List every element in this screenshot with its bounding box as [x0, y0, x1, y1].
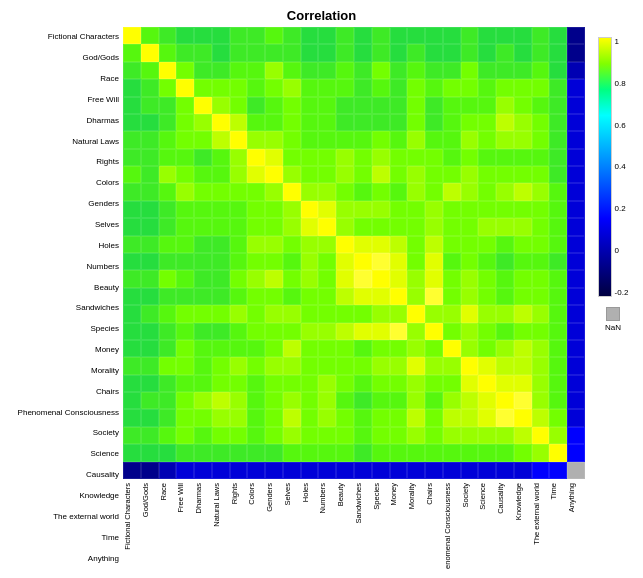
matrix-cell	[407, 97, 425, 114]
matrix-cell	[478, 27, 496, 44]
matrix-cell	[141, 183, 159, 200]
chart-container: Correlation Fictional CharactersGod/Gods…	[0, 0, 643, 578]
colorbar-tick: 0.4	[615, 162, 629, 171]
matrix-cell	[159, 131, 177, 148]
matrix-cell	[159, 357, 177, 374]
matrix-cell	[461, 409, 479, 426]
matrix-cell	[159, 288, 177, 305]
matrix-cell	[159, 114, 177, 131]
matrix-cell	[194, 166, 212, 183]
matrix-cell	[532, 375, 550, 392]
matrix-cell	[407, 323, 425, 340]
matrix-cell	[407, 183, 425, 200]
matrix-cell	[318, 201, 336, 218]
matrix-cell	[407, 149, 425, 166]
matrix-cell	[532, 62, 550, 79]
matrix-cell	[176, 97, 194, 114]
matrix-cell	[141, 392, 159, 409]
matrix-cell	[159, 253, 177, 270]
matrix-cell	[354, 427, 372, 444]
matrix-cell	[141, 166, 159, 183]
matrix-cell	[407, 166, 425, 183]
matrix-cell	[514, 236, 532, 253]
x-label: Genders	[265, 483, 283, 512]
matrix-cell	[532, 201, 550, 218]
matrix-cell	[336, 149, 354, 166]
matrix-cell	[514, 409, 532, 426]
matrix-cell	[159, 236, 177, 253]
matrix-cell	[407, 340, 425, 357]
matrix-cell	[318, 253, 336, 270]
matrix-cell	[532, 183, 550, 200]
matrix-cell	[283, 375, 301, 392]
matrix-cell	[567, 62, 585, 79]
matrix-cell	[372, 131, 390, 148]
matrix-cell	[265, 357, 283, 374]
matrix-cell	[194, 27, 212, 44]
matrix-cell	[425, 201, 443, 218]
matrix-cell	[407, 131, 425, 148]
matrix-cell	[407, 270, 425, 287]
matrix-cell	[425, 183, 443, 200]
matrix-cell	[372, 288, 390, 305]
matrix-cell	[230, 97, 248, 114]
matrix-cell	[247, 44, 265, 61]
matrix-cell	[212, 166, 230, 183]
matrix-cell	[549, 131, 567, 148]
matrix-cell	[247, 97, 265, 114]
matrix-cell	[390, 62, 408, 79]
matrix-cell	[212, 409, 230, 426]
matrix-cell	[212, 444, 230, 461]
matrix-cell	[354, 97, 372, 114]
matrix-cell	[159, 166, 177, 183]
matrix-cell	[336, 79, 354, 96]
matrix-cell	[478, 253, 496, 270]
matrix-cell	[336, 444, 354, 461]
colorbar-tick: 0.6	[615, 121, 629, 130]
matrix-cell	[283, 253, 301, 270]
x-label: Beauty	[336, 483, 354, 506]
matrix-cell	[336, 97, 354, 114]
matrix-cell	[247, 409, 265, 426]
x-label: Morality	[407, 483, 425, 509]
x-labels-inner: Fictional CharactersGod/GodsRaceFree Wil…	[123, 479, 585, 569]
matrix-cell	[123, 131, 141, 148]
matrix-cell	[407, 305, 425, 322]
matrix-cell	[354, 444, 372, 461]
colorbar-wrapper: 10.80.60.40.20-0.2	[598, 37, 629, 297]
matrix-cell	[159, 218, 177, 235]
matrix-cell	[301, 444, 319, 461]
matrix-cell	[443, 97, 461, 114]
matrix-cell	[159, 27, 177, 44]
matrix-cell	[176, 270, 194, 287]
matrix-cell	[496, 183, 514, 200]
matrix-cell	[549, 305, 567, 322]
matrix-cell	[123, 253, 141, 270]
matrix-cell	[265, 79, 283, 96]
matrix-cell	[532, 131, 550, 148]
matrix-cell	[336, 375, 354, 392]
matrix-cell	[283, 392, 301, 409]
matrix-cell	[123, 218, 141, 235]
matrix-cell	[567, 392, 585, 409]
matrix-cell	[318, 288, 336, 305]
matrix-cell	[212, 392, 230, 409]
matrix-cell	[176, 131, 194, 148]
nan-label: NaN	[605, 323, 621, 332]
matrix-cell	[194, 270, 212, 287]
matrix-cell	[407, 236, 425, 253]
matrix-cell	[283, 114, 301, 131]
matrix-cell	[425, 131, 443, 148]
matrix-cell	[496, 218, 514, 235]
matrix-cell	[176, 305, 194, 322]
y-label: Causality	[8, 465, 123, 486]
matrix-cell	[336, 270, 354, 287]
matrix-cell	[514, 305, 532, 322]
matrix-cell	[141, 79, 159, 96]
matrix-cell	[372, 114, 390, 131]
matrix-cell	[336, 62, 354, 79]
matrix-cell	[176, 427, 194, 444]
matrix-cell	[532, 97, 550, 114]
matrix-cell	[514, 375, 532, 392]
matrix-cell	[230, 253, 248, 270]
